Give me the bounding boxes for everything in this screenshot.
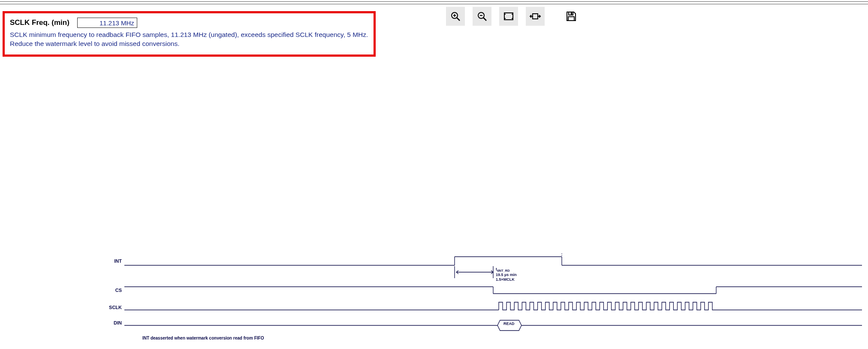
sclk-warning-message: SCLK minimum frequency to readback FIFO … [10, 30, 368, 49]
sclk-warning-callout: SCLK Freq. (min) SCLK minimum frequency … [3, 11, 376, 57]
sclk-freq-label: SCLK Freq. (min) [10, 18, 69, 27]
svg-rect-11 [568, 17, 574, 21]
sclk-warning-line1: SCLK minimum frequency to readback FIFO … [10, 31, 368, 38]
save-button[interactable] [562, 7, 581, 26]
toolbar [446, 7, 581, 26]
signal-label-int: INT [105, 258, 122, 264]
zoom-fit-button[interactable] [499, 7, 518, 26]
diagram-footnote: INT deasserted when watermark conversion… [142, 336, 264, 340]
svg-line-1 [457, 18, 460, 21]
save-icon [565, 10, 577, 22]
timing-svg: .s{stroke:#10104a;stroke-width:1.3;fill:… [124, 253, 862, 339]
svg-rect-8 [533, 14, 538, 19]
annotation-line1: 19.5 µs min [496, 273, 517, 277]
zoom-out-button[interactable] [473, 7, 491, 26]
svg-rect-10 [571, 12, 572, 15]
zoom-region-icon [529, 11, 542, 22]
din-payload-label: READ [503, 322, 515, 326]
zoom-in-icon [450, 11, 461, 22]
annotation-line2: 1.5×MCLK [496, 277, 515, 282]
signal-label-din: DIN [105, 320, 122, 325]
annotation-title: tINT_RD [497, 269, 510, 273]
tint-rd-annotation: ttINT_RD 19.5 µs min 1.5×MCLK [496, 267, 517, 282]
zoom-region-button[interactable] [526, 7, 545, 26]
svg-line-5 [483, 18, 486, 21]
zoom-fit-icon [503, 11, 514, 22]
zoom-in-button[interactable] [446, 7, 465, 26]
sclk-freq-value[interactable] [77, 18, 137, 28]
zoom-out-icon [476, 11, 488, 22]
signal-label-sclk: SCLK [105, 305, 122, 310]
signal-label-cs: CS [105, 288, 122, 293]
sclk-warning-line2: Reduce the watermark level to avoid miss… [10, 40, 179, 47]
